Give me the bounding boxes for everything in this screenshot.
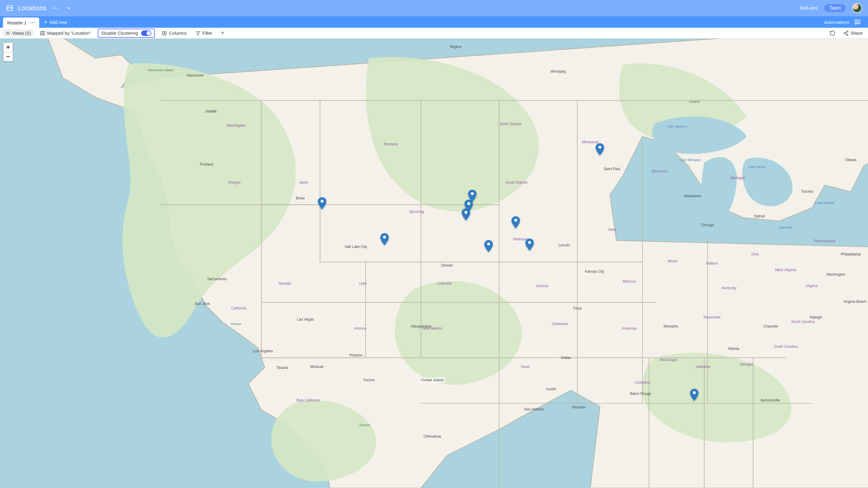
svg-line-24: [845, 33, 846, 34]
svg-point-9: [856, 21, 857, 22]
filter-label: Filter: [203, 30, 212, 36]
svg-point-1: [55, 7, 56, 8]
clustering-toggle[interactable]: [141, 30, 151, 36]
svg-point-0: [53, 7, 54, 8]
add-tool-button[interactable]: +: [219, 30, 226, 36]
svg-rect-8: [855, 20, 860, 24]
svg-point-29: [467, 202, 470, 205]
chevron-down-icon[interactable]: [65, 4, 73, 12]
add-tab-button[interactable]: Add new: [39, 16, 71, 28]
pin-alabama[interactable]: [690, 389, 699, 401]
views-label: Views (2): [12, 30, 31, 36]
svg-point-2: [57, 7, 58, 8]
titlebar: Locations Add-ons Team: [0, 0, 868, 16]
svg-point-21: [844, 32, 845, 34]
mapped-by-button[interactable]: Mapped by "Location": [37, 29, 93, 37]
svg-marker-14: [41, 31, 45, 35]
shop-icon: [6, 4, 13, 12]
pin-nebraska-b[interactable]: [484, 240, 493, 252]
share-button[interactable]: Share: [841, 29, 865, 37]
filter-button[interactable]: Filter: [193, 29, 215, 37]
tab-retable-1[interactable]: Retable 1: [3, 18, 39, 28]
undo-icon[interactable]: [829, 30, 835, 36]
svg-point-28: [471, 192, 474, 195]
share-label: Share: [850, 30, 863, 36]
tab-label: Retable 1: [7, 20, 27, 25]
more-icon[interactable]: [51, 4, 60, 12]
svg-point-26: [320, 200, 323, 203]
map-background: [0, 39, 868, 488]
view-toolbar: Views (2) Mapped by "Location" Disable C…: [0, 28, 868, 39]
svg-point-27: [383, 236, 386, 239]
tabbar: Retable 1 Add new Automations: [0, 16, 868, 28]
svg-point-4: [32, 22, 33, 23]
pin-idaho[interactable]: [318, 197, 326, 209]
page-title: Locations: [18, 4, 46, 12]
chat-icon[interactable]: [852, 16, 863, 28]
zoom-out-button[interactable]: −: [4, 52, 13, 61]
automations-button[interactable]: Automations: [821, 16, 852, 28]
svg-rect-17: [162, 31, 164, 35]
zoom-control: + −: [3, 42, 13, 62]
svg-point-20: [846, 31, 848, 32]
clustering-control: Disable Clustering: [98, 29, 155, 38]
pin-nebraska-c[interactable]: [525, 239, 534, 251]
menu-icon: [5, 31, 10, 36]
columns-label: Columns: [169, 30, 187, 36]
svg-point-5: [34, 22, 35, 23]
more-icon[interactable]: [30, 20, 35, 25]
svg-marker-19: [196, 31, 200, 35]
zoom-in-button[interactable]: +: [4, 43, 13, 52]
columns-icon: [162, 30, 167, 36]
svg-point-30: [464, 211, 467, 214]
svg-point-32: [487, 243, 490, 245]
map-icon: [40, 30, 45, 36]
team-button[interactable]: Team: [824, 4, 846, 12]
clustering-label: Disable Clustering: [101, 30, 138, 36]
pin-sd-c[interactable]: [462, 208, 470, 220]
svg-point-35: [693, 391, 696, 394]
svg-point-33: [528, 241, 531, 244]
svg-point-3: [31, 22, 32, 23]
pin-minnesota[interactable]: [596, 143, 604, 155]
svg-point-10: [858, 21, 859, 22]
avatar[interactable]: [852, 3, 862, 13]
columns-button[interactable]: Columns: [159, 29, 189, 37]
svg-point-34: [598, 146, 601, 149]
svg-point-22: [846, 34, 848, 36]
share-icon: [843, 30, 849, 36]
views-button[interactable]: Views (2): [3, 29, 33, 37]
map-area[interactable]: + − Lake SuperiorLake MichiganLake Huron…: [0, 39, 868, 488]
svg-line-23: [845, 32, 846, 33]
mapped-by-label: Mapped by "Location": [47, 30, 91, 36]
filter-icon: [196, 31, 200, 36]
pin-wyoming[interactable]: [380, 233, 389, 245]
svg-point-31: [514, 219, 517, 222]
pin-nebraska-a[interactable]: [512, 216, 520, 228]
addons-button[interactable]: Add-ons: [800, 5, 818, 11]
add-new-label: Add new: [50, 20, 67, 25]
svg-rect-18: [165, 31, 166, 35]
